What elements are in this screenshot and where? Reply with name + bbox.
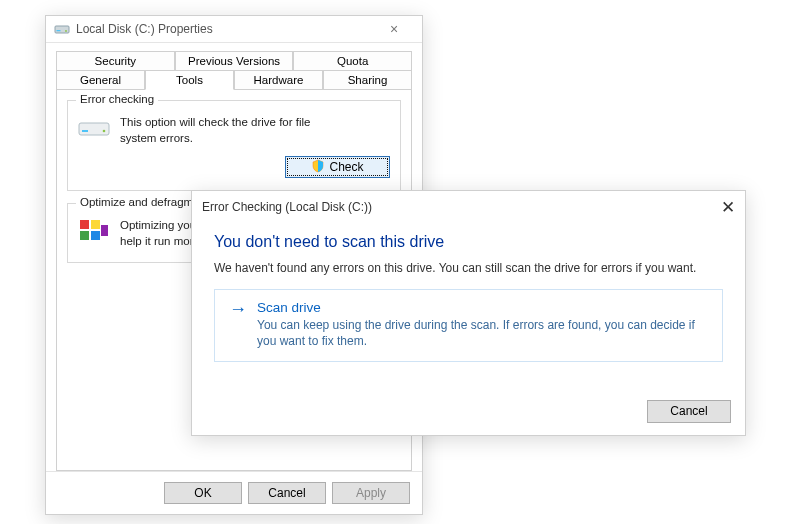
dialog-titlebar: Error Checking (Local Disk (C:)) ✕	[192, 191, 745, 223]
tab-sharing[interactable]: Sharing	[323, 70, 412, 90]
arrow-right-icon: →	[229, 300, 247, 349]
check-button[interactable]: Check	[285, 156, 390, 178]
svg-point-5	[103, 130, 106, 133]
hdd-icon	[78, 115, 110, 139]
dialog-title: Error Checking (Local Disk (C:))	[202, 200, 699, 214]
close-button[interactable]: ×	[374, 21, 414, 37]
tab-tools[interactable]: Tools	[145, 70, 234, 90]
svg-rect-0	[55, 26, 69, 33]
error-checking-legend: Error checking	[76, 93, 158, 105]
scan-drive-title: Scan drive	[257, 300, 708, 315]
svg-rect-1	[57, 30, 61, 31]
svg-rect-8	[80, 231, 89, 240]
dialog-heading: You don't need to scan this drive	[214, 233, 723, 251]
defrag-icon	[78, 218, 110, 250]
cancel-button[interactable]: Cancel	[647, 400, 731, 423]
svg-rect-3	[79, 123, 109, 135]
tab-hardware[interactable]: Hardware	[234, 70, 323, 90]
tab-previous-versions[interactable]: Previous Versions	[175, 51, 294, 70]
svg-point-2	[65, 30, 67, 32]
scan-drive-desc: You can keep using the drive during the …	[257, 317, 708, 349]
error-checking-dialog: Error Checking (Local Disk (C:)) ✕ You d…	[191, 190, 746, 436]
tab-quota[interactable]: Quota	[293, 51, 412, 70]
tab-security[interactable]: Security	[56, 51, 175, 70]
svg-rect-4	[82, 130, 88, 132]
apply-button[interactable]: Apply	[332, 482, 410, 504]
svg-rect-7	[91, 220, 100, 229]
drive-icon	[54, 21, 70, 37]
shield-icon	[311, 159, 325, 176]
check-button-label: Check	[329, 160, 363, 174]
error-checking-text: This option will check the drive for fil…	[120, 115, 320, 146]
titlebar: Local Disk (C:) Properties ×	[46, 16, 422, 43]
cancel-button[interactable]: Cancel	[248, 482, 326, 504]
svg-rect-10	[101, 225, 108, 236]
dialog-buttons: OK Cancel Apply	[46, 471, 422, 514]
dialog-message: We haven't found any errors on this driv…	[214, 261, 723, 275]
svg-rect-6	[80, 220, 89, 229]
error-checking-group: Error checking This option will check th…	[67, 100, 401, 191]
tab-general[interactable]: General	[56, 70, 145, 90]
svg-rect-9	[91, 231, 100, 240]
window-title: Local Disk (C:) Properties	[76, 22, 374, 36]
close-button[interactable]: ✕	[699, 199, 735, 216]
scan-drive-option[interactable]: → Scan drive You can keep using the driv…	[214, 289, 723, 362]
ok-button[interactable]: OK	[164, 482, 242, 504]
